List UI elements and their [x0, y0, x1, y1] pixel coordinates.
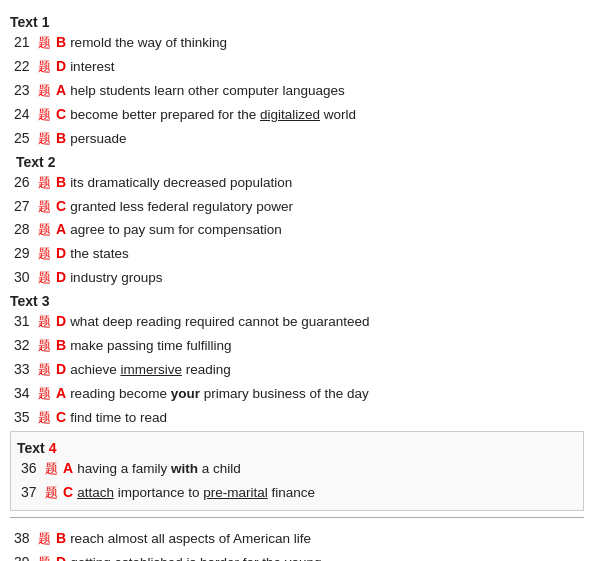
- item-row-39: 39 题 D getting established is harder for…: [10, 552, 584, 561]
- item-num: 38: [14, 528, 38, 550]
- item-text: become better prepared for the digitaliz…: [70, 105, 356, 126]
- item-row-24: 24 题 C become better prepared for the di…: [10, 104, 584, 126]
- item-text: having a family with a child: [77, 459, 241, 480]
- item-ti: 题: [38, 220, 54, 240]
- item-text: find time to read: [70, 408, 167, 429]
- item-num: 30: [14, 267, 38, 289]
- item-row-33: 33 题 D achieve immersive reading: [10, 359, 584, 381]
- item-row-27: 27 题 C granted less federal regulatory p…: [10, 196, 584, 218]
- item-letter: A: [63, 458, 73, 480]
- item-letter: C: [56, 104, 66, 126]
- item-row-35: 35 题 C find time to read: [10, 407, 584, 429]
- item-row-36: 36 题 A having a family with a child: [17, 458, 577, 480]
- item-letter: C: [56, 407, 66, 429]
- item-text: agree to pay sum for compensation: [70, 220, 282, 241]
- item-letter: D: [56, 243, 66, 265]
- section-text3: Text 3 31 题 D what deep reading required…: [10, 293, 584, 429]
- item-num: 36: [21, 458, 45, 480]
- item-row-28: 28 题 A agree to pay sum for compensation: [10, 219, 584, 241]
- item-text: remold the way of thinking: [70, 33, 227, 54]
- item-ti: 题: [38, 57, 54, 77]
- item-letter: D: [56, 56, 66, 78]
- item-text: reading become your primary business of …: [70, 384, 369, 405]
- item-ti: 题: [38, 129, 54, 149]
- item-text: reach almost all aspects of American lif…: [70, 529, 311, 550]
- item-num: 26: [14, 172, 38, 194]
- section-header-text1: Text 1: [10, 14, 584, 30]
- item-text: help students learn other computer langu…: [70, 81, 345, 102]
- item-num: 34: [14, 383, 38, 405]
- item-ti: 题: [45, 483, 61, 503]
- item-num: 23: [14, 80, 38, 102]
- section-header-text4: Text 4: [17, 440, 577, 456]
- item-text: attach importance to pre-marital finance: [77, 483, 315, 504]
- item-num: 24: [14, 104, 38, 126]
- item-row-37: 37 题 C attach importance to pre-marital …: [17, 482, 577, 504]
- item-row-22: 22 题 D interest: [10, 56, 584, 78]
- item-text: its dramatically decreased population: [70, 173, 292, 194]
- section-text2: Text 2 26 题 B its dramatically decreased…: [10, 154, 584, 290]
- item-ti: 题: [38, 384, 54, 404]
- item-ti: 题: [38, 81, 54, 101]
- item-text: make passing time fulfilling: [70, 336, 231, 357]
- item-ti: 题: [38, 268, 54, 288]
- item-row-26: 26 题 B its dramatically decreased popula…: [10, 172, 584, 194]
- item-num: 31: [14, 311, 38, 333]
- item-num: 37: [21, 482, 45, 504]
- item-letter: A: [56, 219, 66, 241]
- item-num: 39: [14, 552, 38, 561]
- item-ti: 题: [38, 336, 54, 356]
- item-num: 33: [14, 359, 38, 381]
- item-ti: 题: [38, 244, 54, 264]
- item-letter: A: [56, 383, 66, 405]
- section-header-text2: Text 2: [10, 154, 584, 170]
- section-text4: Text 4 36 题 A having a family with a chi…: [10, 431, 584, 511]
- item-row-31: 31 题 D what deep reading required cannot…: [10, 311, 584, 333]
- item-row-38: 38 题 B reach almost all aspects of Ameri…: [10, 528, 584, 550]
- item-num: 32: [14, 335, 38, 357]
- item-ti: 题: [38, 360, 54, 380]
- item-letter: B: [56, 528, 66, 550]
- item-text: persuade: [70, 129, 126, 150]
- item-num: 22: [14, 56, 38, 78]
- item-num: 28: [14, 219, 38, 241]
- section-header-text3: Text 3: [10, 293, 584, 309]
- item-ti: 题: [45, 459, 61, 479]
- item-text: granted less federal regulatory power: [70, 197, 293, 218]
- item-num: 21: [14, 32, 38, 54]
- item-text: interest: [70, 57, 114, 78]
- item-letter: A: [56, 80, 66, 102]
- item-text: achieve immersive reading: [70, 360, 231, 381]
- item-ti: 题: [38, 105, 54, 125]
- item-ti: 题: [38, 529, 54, 549]
- item-row-29: 29 题 D the states: [10, 243, 584, 265]
- item-ti: 题: [38, 553, 54, 561]
- item-text: industry groups: [70, 268, 162, 289]
- item-letter: B: [56, 128, 66, 150]
- section-below-divider: 38 题 B reach almost all aspects of Ameri…: [10, 524, 584, 561]
- item-letter: D: [56, 359, 66, 381]
- item-letter: C: [63, 482, 73, 504]
- item-row-23: 23 题 A help students learn other compute…: [10, 80, 584, 102]
- item-num: 29: [14, 243, 38, 265]
- item-num: 27: [14, 196, 38, 218]
- item-ti: 题: [38, 197, 54, 217]
- item-row-30: 30 题 D industry groups: [10, 267, 584, 289]
- item-text: getting established is harder for the yo…: [70, 553, 321, 561]
- item-num: 25: [14, 128, 38, 150]
- item-ti: 题: [38, 312, 54, 332]
- item-text: what deep reading required cannot be gua…: [70, 312, 369, 333]
- item-letter: B: [56, 172, 66, 194]
- item-num: 35: [14, 407, 38, 429]
- item-ti: 题: [38, 33, 54, 53]
- item-row-21: 21 题 B remold the way of thinking: [10, 32, 584, 54]
- item-row-25: 25 题 B persuade: [10, 128, 584, 150]
- item-letter: B: [56, 32, 66, 54]
- item-letter: C: [56, 196, 66, 218]
- section-text1: Text 1 21 题 B remold the way of thinking…: [10, 14, 584, 150]
- item-ti: 题: [38, 173, 54, 193]
- item-ti: 题: [38, 408, 54, 428]
- item-text: the states: [70, 244, 129, 265]
- item-row-34: 34 题 A reading become your primary busin…: [10, 383, 584, 405]
- item-letter: D: [56, 267, 66, 289]
